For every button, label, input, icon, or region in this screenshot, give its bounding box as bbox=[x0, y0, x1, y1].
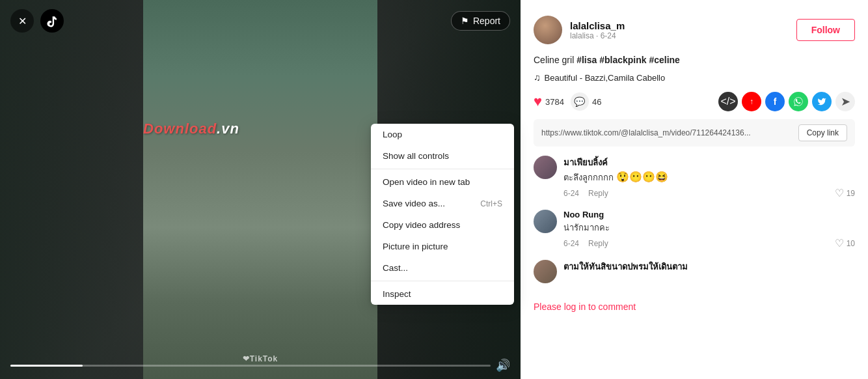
comment-avatar bbox=[534, 210, 557, 233]
embed-button[interactable]: </> bbox=[718, 92, 738, 111]
context-menu-cast[interactable]: Cast... bbox=[371, 257, 514, 279]
tiktok-logo bbox=[40, 9, 64, 33]
close-button[interactable]: ✕ bbox=[10, 9, 34, 33]
context-menu-picture-in-picture[interactable]: Picture in picture bbox=[371, 236, 514, 257]
comment-body: Noo Rung น่ารักมากคะ 6-24 Reply ♡ 10 bbox=[563, 210, 855, 249]
twitter-share-button[interactable] bbox=[812, 92, 832, 111]
avatar[interactable] bbox=[534, 16, 562, 44]
progress-bar[interactable] bbox=[10, 365, 491, 367]
context-menu-loop[interactable]: Loop bbox=[371, 124, 514, 145]
report-button[interactable]: ⚑ Report bbox=[451, 11, 510, 31]
comment-meta: 6-24 Reply ♡ 10 bbox=[563, 237, 855, 249]
facebook-share-button[interactable]: f bbox=[765, 92, 785, 111]
actions-row: ♥ 3784 💬 46 </> ↑ f ➤ bbox=[534, 92, 855, 111]
show-controls-label: Show all controls bbox=[383, 151, 449, 161]
comment-item: Noo Rung น่ารักมากคะ 6-24 Reply ♡ 10 bbox=[534, 210, 855, 249]
video-bottombar: 🔊 bbox=[0, 352, 521, 379]
whatsapp-share-button[interactable] bbox=[789, 92, 808, 111]
comments-area: มาเฟียบลิ้งค์ ตะลึงลูกกกกก 😲😶😶😆 6-24 Rep… bbox=[534, 156, 855, 379]
volume-icon[interactable]: 🔊 bbox=[496, 358, 510, 372]
divider-2 bbox=[371, 281, 514, 281]
comment-item: ตามให้ทันสิขนาดปพรมให้เดินตาม bbox=[534, 260, 855, 283]
video-topbar: ✕ ⚑ Report bbox=[0, 0, 521, 42]
link-bar: https://www.tiktok.com/@lalalclisa_m/vid… bbox=[534, 119, 855, 147]
caption-normal: Celine gril bbox=[534, 55, 576, 65]
comment-button[interactable]: 💬 46 bbox=[571, 92, 601, 111]
comment-meta: 6-24 Reply ♡ 19 bbox=[563, 187, 855, 199]
comment-body: ตามให้ทันสิขนาดปพรมให้เดินตาม bbox=[563, 260, 855, 275]
comment-like: ♡ 19 bbox=[835, 187, 855, 199]
comment-date: 6-24 bbox=[563, 239, 579, 248]
save-video-label: Save video as... bbox=[383, 199, 445, 208]
divider-1 bbox=[371, 169, 514, 169]
context-menu: Loop Show all controls Open video in new… bbox=[371, 124, 514, 305]
context-menu-copy-address[interactable]: Copy video address bbox=[371, 214, 514, 236]
comment-username: ตามให้ทันสิขนาดปพรมให้เดินตาม bbox=[563, 260, 855, 274]
like-count: 19 bbox=[847, 189, 855, 198]
comment-text: น่ารักมากคะ bbox=[563, 221, 855, 234]
comment-like: ♡ 10 bbox=[835, 237, 855, 249]
video-person-silhouette bbox=[143, 0, 377, 379]
heart-icon: ♥ bbox=[534, 93, 542, 110]
share-red-button[interactable]: ↑ bbox=[742, 92, 761, 111]
music-name[interactable]: Beautiful - Bazzi,Camila Cabello bbox=[545, 73, 666, 83]
video-blur-left bbox=[0, 0, 143, 379]
save-shortcut: Ctrl+S bbox=[480, 199, 502, 208]
comment-body: มาเฟียบลิ้งค์ ตะลึงลูกกกกก 😲😶😶😆 6-24 Rep… bbox=[563, 156, 855, 199]
comment-avatar bbox=[534, 260, 557, 283]
like-count: 10 bbox=[847, 239, 855, 248]
cast-label: Cast... bbox=[383, 263, 408, 273]
user-header: lalalclisa_m lalalisa · 6-24 Follow bbox=[534, 16, 855, 44]
share-icons: </> ↑ f ➤ bbox=[718, 92, 855, 111]
copy-address-label: Copy video address bbox=[383, 220, 460, 230]
reply-button[interactable]: Reply bbox=[588, 189, 608, 198]
comments-count: 46 bbox=[592, 97, 601, 107]
right-panel: lalalclisa_m lalalisa · 6-24 Follow Celi… bbox=[521, 0, 868, 379]
comment-item: มาเฟียบลิ้งค์ ตะลึงลูกกกกก 😲😶😶😆 6-24 Rep… bbox=[534, 156, 855, 199]
reply-button[interactable]: Reply bbox=[588, 239, 608, 248]
video-panel: Download.vn ✕ ⚑ Report ❤TikTok 🔊 Loop bbox=[0, 0, 521, 379]
comment-avatar bbox=[534, 156, 557, 179]
like-button[interactable]: ♥ 3784 bbox=[534, 93, 564, 110]
user-sub: lalalisa · 6-24 bbox=[570, 31, 789, 40]
flag-icon: ⚑ bbox=[461, 16, 469, 26]
loop-label: Loop bbox=[383, 130, 402, 139]
comment-bubble: 💬 bbox=[571, 92, 589, 111]
context-menu-show-controls[interactable]: Show all controls bbox=[371, 145, 514, 167]
open-new-tab-label: Open video in new tab bbox=[383, 177, 470, 187]
follow-button[interactable]: Follow bbox=[796, 19, 855, 41]
context-menu-open-new-tab[interactable]: Open video in new tab bbox=[371, 171, 514, 193]
music-line: ♫ Beautiful - Bazzi,Camila Cabello bbox=[534, 72, 855, 83]
context-menu-inspect[interactable]: Inspect bbox=[371, 283, 514, 305]
user-info: lalalclisa_m lalalisa · 6-24 bbox=[570, 20, 789, 40]
music-icon: ♫ bbox=[534, 72, 541, 83]
caption: Celine gril #lisa #blackpink #celine bbox=[534, 53, 855, 67]
like-heart-icon[interactable]: ♡ bbox=[835, 187, 844, 199]
comment-username: Noo Rung bbox=[563, 210, 855, 219]
link-url: https://www.tiktok.com/@lalalclisa_m/vid… bbox=[541, 128, 792, 137]
username[interactable]: lalalclisa_m bbox=[570, 20, 789, 31]
likes-count: 3784 bbox=[545, 97, 564, 107]
comment-date: 6-24 bbox=[563, 189, 579, 198]
pip-label: Picture in picture bbox=[383, 242, 448, 251]
login-prompt[interactable]: Please log in to comment bbox=[534, 294, 855, 320]
progress-fill bbox=[10, 365, 83, 367]
report-label: Report bbox=[473, 16, 500, 26]
comment-username: มาเฟียบลิ้งค์ bbox=[563, 156, 855, 169]
forward-share-button[interactable]: ➤ bbox=[835, 92, 855, 111]
copy-link-button[interactable]: Copy link bbox=[798, 124, 847, 141]
inspect-label: Inspect bbox=[383, 289, 411, 299]
caption-tags[interactable]: #lisa #blackpink #celine bbox=[576, 55, 680, 65]
comment-text: ตะลึงลูกกกกก 😲😶😶😆 bbox=[563, 171, 855, 184]
like-heart-icon[interactable]: ♡ bbox=[835, 237, 844, 249]
context-menu-save-video[interactable]: Save video as... Ctrl+S bbox=[371, 193, 514, 214]
